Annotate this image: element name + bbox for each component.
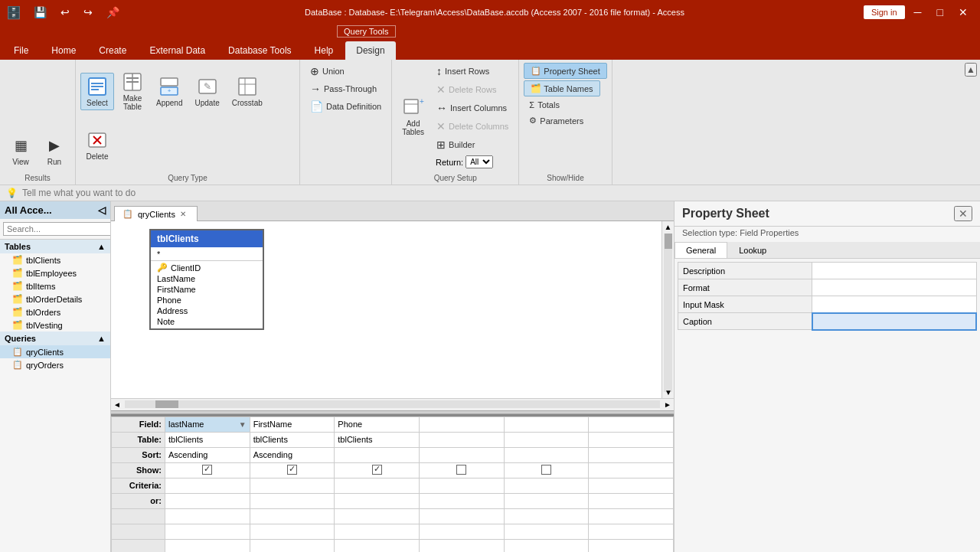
tab-file[interactable]: File bbox=[3, 41, 39, 60]
sidebar-search-input[interactable] bbox=[3, 222, 111, 236]
criteria-cell-4[interactable] bbox=[504, 478, 589, 493]
field-dropdown-icon-0[interactable]: ▼ bbox=[239, 420, 247, 429]
db-field-lastname[interactable]: LastName bbox=[151, 273, 263, 284]
criteria-cell-0[interactable] bbox=[165, 478, 250, 493]
field-cell-0[interactable]: lastName ▼ bbox=[165, 416, 250, 432]
sidebar-item-tblemployees[interactable]: 🗂️ tblEmployees bbox=[0, 266, 110, 279]
property-value-description[interactable] bbox=[812, 263, 976, 279]
collapse-ribbon-button[interactable]: ▲ bbox=[965, 63, 977, 77]
h-scroll-thumb[interactable] bbox=[155, 400, 178, 408]
tell-me-input[interactable] bbox=[22, 188, 974, 198]
sidebar-item-qryorders[interactable]: 📋 qryOrders bbox=[0, 358, 110, 371]
table-area-vscrollbar[interactable]: ▲ ▼ bbox=[662, 221, 674, 398]
or-cell-4[interactable] bbox=[504, 493, 589, 508]
sidebar-item-tblorderdetails[interactable]: 🗂️ tblOrderDetails bbox=[0, 292, 110, 305]
property-sheet-close-button[interactable]: ✕ bbox=[954, 206, 972, 221]
sort-cell-2[interactable] bbox=[335, 447, 420, 462]
sidebar-collapse-icon[interactable]: ◁ bbox=[98, 204, 106, 216]
db-field-phone[interactable]: Phone bbox=[151, 295, 263, 305]
table-cell-2[interactable]: tblClients bbox=[335, 432, 420, 447]
show-cell-4[interactable] bbox=[504, 462, 589, 478]
or-cell-0[interactable] bbox=[165, 493, 250, 508]
delete-columns-button[interactable]: ✕ Delete Columns bbox=[431, 118, 514, 135]
tab-home[interactable]: Home bbox=[41, 41, 87, 60]
sidebar-section-queries[interactable]: Queries ▲ bbox=[0, 332, 110, 345]
show-cell-1[interactable] bbox=[250, 462, 335, 478]
show-checkbox-0[interactable] bbox=[202, 465, 212, 475]
run-button[interactable]: ▶ Run bbox=[38, 132, 70, 169]
show-cell-0[interactable] bbox=[165, 462, 250, 478]
property-value-format[interactable] bbox=[812, 279, 976, 296]
select-button[interactable]: Select bbox=[80, 73, 114, 110]
db-field-address[interactable]: Address bbox=[151, 305, 263, 316]
property-tab-general[interactable]: General bbox=[675, 242, 727, 258]
show-cell-3[interactable] bbox=[419, 462, 504, 478]
return-select[interactable]: All 5 25 bbox=[466, 155, 493, 168]
property-sheet-button[interactable]: 📋 Property Sheet bbox=[524, 63, 606, 79]
scroll-up-button[interactable]: ▲ bbox=[662, 221, 674, 233]
update-button[interactable]: ✎ Update bbox=[189, 73, 224, 110]
db-field-firstname[interactable]: FirstName bbox=[151, 284, 263, 295]
or-cell-2[interactable] bbox=[335, 493, 420, 508]
property-value-inputmask[interactable] bbox=[812, 296, 976, 313]
sidebar-item-tblvesting[interactable]: 🗂️ tblVesting bbox=[0, 318, 110, 332]
close-button[interactable]: ✕ bbox=[952, 5, 974, 20]
table-cell-0[interactable]: tblClients bbox=[165, 432, 250, 447]
tab-external-data[interactable]: External Data bbox=[139, 41, 216, 60]
scroll-right-button[interactable]: ► bbox=[662, 400, 674, 409]
maximize-button[interactable]: □ bbox=[931, 5, 949, 20]
show-checkbox-1[interactable] bbox=[287, 465, 297, 475]
db-field-star[interactable]: * bbox=[151, 249, 263, 260]
sort-cell-5[interactable] bbox=[589, 447, 674, 462]
data-definition-button[interactable]: 📄 Data Definition bbox=[305, 98, 387, 115]
sidebar-item-tblorders[interactable]: 🗂️ tblOrders bbox=[0, 305, 110, 318]
field-cell-1[interactable]: FirstName bbox=[250, 416, 335, 432]
union-button[interactable]: ⊕ Union bbox=[305, 63, 350, 80]
totals-button[interactable]: Σ Totals bbox=[524, 98, 565, 112]
table-cell-1[interactable]: tblClients bbox=[250, 432, 335, 447]
sidebar-section-tables[interactable]: Tables ▲ bbox=[0, 240, 110, 253]
criteria-cell-2[interactable] bbox=[335, 478, 420, 493]
sort-cell-0[interactable]: Ascending bbox=[165, 447, 250, 462]
tab-help[interactable]: Help bbox=[304, 41, 345, 60]
make-table-button[interactable]: MakeTable bbox=[116, 68, 149, 114]
property-value-caption[interactable] bbox=[812, 313, 976, 330]
field-cell-4[interactable] bbox=[504, 416, 589, 432]
sidebar-item-tblitems[interactable]: 🗂️ tblItems bbox=[0, 279, 110, 292]
criteria-cell-1[interactable] bbox=[250, 478, 335, 493]
delete-rows-button[interactable]: ✕ Delete Rows bbox=[431, 81, 514, 98]
or-cell-3[interactable] bbox=[419, 493, 504, 508]
sign-in-button[interactable]: Sign in bbox=[864, 5, 905, 19]
show-cell-5[interactable] bbox=[589, 462, 674, 478]
append-button[interactable]: + Append bbox=[151, 73, 188, 110]
tab-database-tools[interactable]: Database Tools bbox=[217, 41, 302, 60]
field-cell-2[interactable]: Phone bbox=[335, 416, 420, 432]
sort-cell-3[interactable] bbox=[419, 447, 504, 462]
sort-cell-1[interactable]: Ascending bbox=[250, 447, 335, 462]
table-cell-5[interactable] bbox=[589, 432, 674, 447]
sidebar-item-tblclients[interactable]: 🗂️ tblClients bbox=[0, 253, 110, 266]
crosstab-button[interactable]: Crosstab bbox=[227, 73, 268, 110]
minimize-button[interactable]: ─ bbox=[908, 5, 928, 20]
scroll-thumb[interactable] bbox=[665, 234, 672, 249]
view-button[interactable]: ▦ View bbox=[5, 132, 37, 169]
criteria-cell-3[interactable] bbox=[419, 478, 504, 493]
field-cell-3[interactable] bbox=[419, 416, 504, 432]
parameters-button[interactable]: ⚙ Parameters bbox=[524, 113, 589, 128]
tab-design[interactable]: Design bbox=[345, 41, 395, 60]
table-cell-4[interactable] bbox=[504, 432, 589, 447]
show-checkbox-2[interactable] bbox=[372, 465, 382, 475]
criteria-cell-5[interactable] bbox=[589, 478, 674, 493]
undo-button[interactable]: ↩ bbox=[54, 5, 76, 20]
scroll-left-button[interactable]: ◄ bbox=[111, 400, 123, 409]
tab-close-button[interactable]: ✕ bbox=[180, 210, 186, 218]
pin-button[interactable]: 📌 bbox=[100, 5, 126, 20]
show-cell-2[interactable] bbox=[335, 462, 420, 478]
sort-cell-4[interactable] bbox=[504, 447, 589, 462]
sidebar-item-qryclients[interactable]: 📋 qryClients bbox=[0, 345, 110, 358]
insert-columns-button[interactable]: ↔ Insert Columns bbox=[431, 100, 514, 116]
builder-button[interactable]: ⊞ Builder bbox=[431, 136, 514, 153]
show-checkbox-3[interactable] bbox=[456, 465, 466, 475]
insert-rows-button[interactable]: ↕ Insert Rows bbox=[431, 63, 514, 80]
pass-through-button[interactable]: → Pass-Through bbox=[305, 80, 382, 97]
